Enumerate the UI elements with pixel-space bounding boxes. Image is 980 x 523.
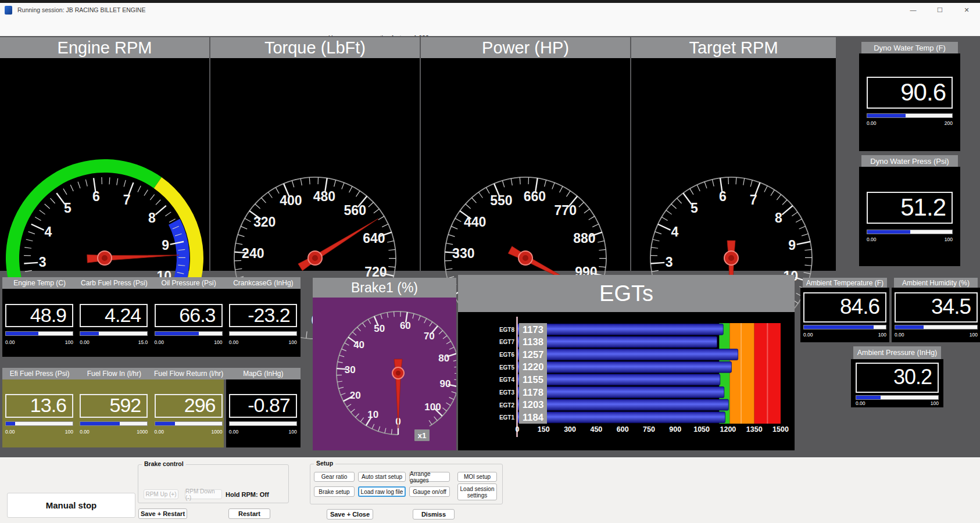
torque-tick <box>309 177 310 184</box>
brake-control-title: Brake control <box>142 460 186 467</box>
power-tick <box>486 188 489 194</box>
power-title: Power (HP) <box>482 38 569 58</box>
oil_press-header: Oil Pressure (Psi) <box>152 279 226 287</box>
setup-button-brake-setup[interactable]: Brake setup <box>314 486 355 497</box>
torque-tick <box>378 216 384 220</box>
target_rpm-scale-label: 4 <box>671 224 678 239</box>
brake1-tick <box>429 420 432 425</box>
dyno_press-bar-fill <box>867 230 910 234</box>
setup-button-gauge-on-off[interactable]: Gauge on/off <box>409 486 450 497</box>
egts-value: 1173 <box>523 324 543 335</box>
engine_temp-header: Engine Temp (C) <box>2 279 77 287</box>
power-tick <box>599 249 606 250</box>
brake1-tick <box>446 403 451 406</box>
engine_rpm-tick <box>40 210 45 214</box>
brake1-tick <box>449 347 454 349</box>
fuel_ret-value-box: 296 <box>155 394 223 418</box>
engine_rpm-tick <box>31 224 44 230</box>
rpm-up-button[interactable]: RPM Up (+) <box>144 489 178 499</box>
amb_hum-max-label: 100 <box>954 332 978 338</box>
brake1-multiplier: x1 <box>417 431 427 440</box>
efi_fuel-bar-fill <box>6 422 15 425</box>
target_rpm-scale-label: 6 <box>719 189 727 204</box>
target_rpm-tick <box>777 195 781 200</box>
app-icon <box>5 6 12 15</box>
brake1-tick <box>347 404 352 407</box>
save-restart-button[interactable]: Save + Restart <box>138 508 187 519</box>
target_rpm-scale-label: 9 <box>788 238 796 253</box>
torque-tick <box>342 182 344 189</box>
setup-button-load-raw-log-file[interactable]: Load raw log file <box>358 486 406 497</box>
brake1-scale-label: 70 <box>424 331 435 342</box>
control-bar: Status: Running Data connection:Normal M… <box>0 457 980 523</box>
power-tick <box>445 268 452 270</box>
close-icon[interactable]: ✕ <box>953 3 980 17</box>
egts-axis-label: 1500 <box>772 425 789 434</box>
efi_fuel-header: Efi Fuel Press (Psi) <box>2 370 77 378</box>
manual-stop-button[interactable]: Manual stop <box>7 493 135 518</box>
gauge-header-target_rpm: Target RPM <box>631 37 836 58</box>
amb_temp-bar <box>803 325 886 329</box>
engine_temp-min-label: 0.00 <box>5 339 15 345</box>
target_rpm-tick <box>782 206 793 215</box>
target_rpm-hub-center <box>728 255 734 261</box>
amb_hum-bar-fill <box>895 325 924 329</box>
engine_rpm-tick <box>51 198 55 203</box>
power-tick <box>579 202 584 207</box>
target_rpm-scale-label: 5 <box>691 200 698 216</box>
carb_fuel-value-box: 4.24 <box>80 304 148 327</box>
setup-button-arrange-gauges[interactable]: Arrange gauges <box>409 472 450 482</box>
egts-bar-EGT2 <box>517 399 728 410</box>
target_rpm-tick <box>792 212 797 216</box>
oil_press-max-label: 100 <box>199 339 223 345</box>
minimize-icon[interactable]: — <box>900 3 927 17</box>
fuel_ret-bar <box>155 421 223 426</box>
setup-button-auto-start-setup[interactable]: Auto start setup <box>358 472 406 482</box>
power-tick <box>560 187 563 193</box>
target_rpm-tick <box>677 198 682 203</box>
egts-value: 1155 <box>523 374 543 385</box>
amb_hum-min-label: 0.00 <box>895 332 904 338</box>
rpm-down-button[interactable]: RPM Down (-) <box>185 489 222 499</box>
setup-button-load-session-settings[interactable]: Load session settings <box>457 483 497 500</box>
dyno_press-min-label: 0.00 <box>867 237 877 242</box>
brake1-tick <box>449 397 454 400</box>
brake1-title: Brake1 (%) <box>351 280 418 296</box>
hold-rpm-status: Hold RPM: Off <box>226 491 269 498</box>
torque-scale-label: 720 <box>364 264 387 280</box>
carb_fuel-min-label: 0.00 <box>80 339 90 345</box>
target_rpm-tick <box>652 270 659 271</box>
torque-tick <box>387 241 394 242</box>
mapg-bar <box>229 421 297 426</box>
brake1-scale-label: 60 <box>400 320 411 331</box>
egts-axis-label: 1350 <box>746 425 763 434</box>
carb_fuel-bar-fill <box>80 332 99 335</box>
brake1-tick <box>413 314 414 319</box>
setup-button-gear-ratio[interactable]: Gear ratio <box>314 472 355 482</box>
engine_rpm-hub-center <box>102 255 108 261</box>
torque-tick <box>382 224 388 227</box>
engine_rpm-tick <box>85 180 87 187</box>
brake1-scale-label: 30 <box>345 364 356 375</box>
engine_rpm-tick <box>156 206 166 215</box>
maximize-icon[interactable]: ☐ <box>927 3 953 17</box>
dyno_temp-panel: 90.60.00200 <box>859 53 960 151</box>
restart-button[interactable]: Restart <box>228 508 270 519</box>
brake1-tick <box>381 314 382 319</box>
crankcase-min-label: 0.00 <box>229 339 239 345</box>
brake1-tick <box>350 409 355 413</box>
target_rpm-tick <box>704 182 707 188</box>
egts-row-label: EGT4 <box>499 377 515 383</box>
amb_press-value-box: 30.2 <box>856 363 939 393</box>
torque-tick <box>349 187 353 193</box>
power-tick <box>520 177 520 184</box>
mapg-header: MapG (InHg) <box>226 370 301 378</box>
carb_fuel-bar <box>80 331 148 336</box>
dismiss-button[interactable]: Dismiss <box>413 509 455 520</box>
amb_temp-header: Ambient Temperature (F) <box>803 279 887 287</box>
egts-axis-label: 900 <box>669 425 681 434</box>
save-close-button[interactable]: Save + Close <box>327 509 373 520</box>
torque-scale-label: 320 <box>253 214 276 230</box>
setup-button-moi-setup[interactable]: MOI setup <box>457 472 497 482</box>
target_rpm-tick <box>658 224 671 230</box>
